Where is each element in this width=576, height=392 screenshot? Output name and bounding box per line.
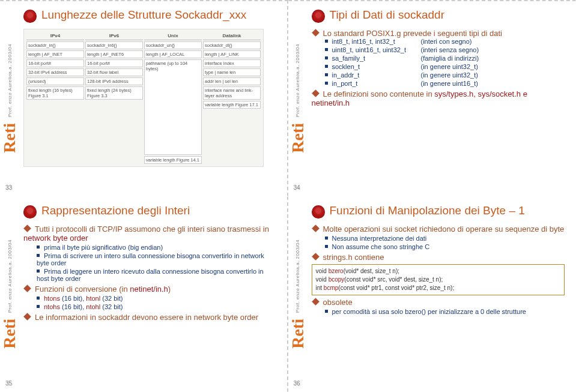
slide-33: a.a. 2003/04 Prof. enzo Aurelio Reti Lun… (0, 0, 288, 196)
brand-year: a.a. 2003/04 (7, 240, 13, 270)
type-name: uint8_t, uint16_t, uint32_t (325, 46, 421, 53)
code-line: int bcmp(const void* ptr1, const void* p… (316, 284, 561, 292)
bullet-text: Molte operazioni sui socket richiedono d… (323, 225, 565, 234)
fig-cell: sockaddr_un{} (144, 41, 202, 49)
text-highlight: netinet/in.h (130, 285, 168, 294)
slide-grid: a.a. 2003/04 Prof. enzo Aurelio Reti Lun… (0, 0, 576, 392)
text: Tutti i protocolli di TCP/IP assumono ch… (35, 225, 269, 234)
fn-name: ntohs (44, 303, 60, 310)
bullet-text: Le informazioni in sockaddr devono esser… (35, 313, 258, 322)
sub-bullet: htons (16 bit), htonl (32 bit) (37, 295, 276, 302)
type-table: int8_t, int16_t, int32_t(interi con segn… (312, 38, 565, 87)
crest-icon (312, 205, 325, 219)
brand-prof: Prof. enzo Aurelio (295, 270, 300, 313)
brand-label: Reti (0, 319, 19, 349)
slide-36: a.a. 2003/04 Prof. enzo Aurelio Reti Fun… (288, 196, 577, 393)
slide-number: 35 (5, 380, 12, 387)
code-box: void bzero(void* dest, size_t n); void b… (312, 264, 565, 295)
bullet-text: Le definizioni sono contenute in sys/typ… (312, 89, 527, 107)
type-name: sa_family_t (325, 55, 421, 62)
fn-name: bzero (329, 268, 344, 274)
bullet-text: Funzioni di conversione (in netinet/in.h… (35, 285, 171, 294)
fig-cell: (unused) (26, 77, 84, 85)
crest-icon (23, 205, 37, 219)
fig-cell: pathname (up to 104 bytes) (144, 59, 202, 155)
fig-header: IPv4 (26, 32, 84, 40)
text: void (316, 276, 329, 283)
type-desc: (interi con segno) (421, 38, 565, 45)
brand-year: a.a. 2003/04 (295, 44, 300, 74)
slide-title: Funzioni di Manipolazione dei Byte – 1 (330, 204, 525, 218)
fig-cell: fixed length (24 bytes) Figure 3.3 (85, 86, 143, 100)
fig-cell: interface index (203, 59, 261, 67)
fig-cell: sockaddr_in6{} (85, 41, 143, 49)
text: (const void* ptr1, const void* ptr2, siz… (338, 285, 454, 291)
fig-cell: variable length Figure 14.1 (144, 156, 202, 164)
code-line: void bzero(void* dest, size_t n); (316, 267, 561, 276)
fig-cell: length | AF_LINK (203, 50, 261, 58)
sidebar-brand: a.a. 2003/04 Prof. enzo Aurelio Reti (290, 197, 306, 392)
text: (const void* src, void* dest, size_t n); (344, 276, 443, 283)
text: Funzioni di conversione (in (35, 285, 130, 294)
fig-cell: length | AF_LOCAL (144, 50, 202, 58)
text: (32 bit) (100, 295, 123, 302)
fig-cell: 32-bit IPv4 address (26, 68, 84, 76)
brand-label: Reti (288, 123, 308, 153)
text: (32 bit) (100, 303, 123, 310)
sub-bullet: Non assume che sono stringhe C (325, 243, 565, 250)
slide-title: Rappresentazione degli Interi (41, 204, 190, 218)
fig-cell: 16-bit port# (85, 59, 143, 67)
text: void (316, 268, 329, 274)
slide-number: 33 (5, 184, 12, 191)
fig-cell: sockaddr_dl{} (203, 41, 261, 49)
slide-title: Tipi di Dati di sockaddr (330, 8, 444, 22)
sockaddr-figure: IPv4 sockaddr_in{} length | AF_INET 16-b… (23, 29, 264, 167)
text: (void* dest, size_t n); (344, 268, 399, 274)
fig-cell: addr len | sel len (203, 77, 261, 85)
text: int (316, 285, 324, 291)
brand-year: a.a. 2003/04 (7, 44, 13, 74)
brand-prof: Prof. enzo Aurelio (7, 74, 13, 117)
sub-bullet: Prima di scrivere un intero sulla connes… (37, 252, 276, 267)
type-name: in_port_t (325, 80, 421, 87)
brand-prof: Prof. enzo Aurelio (7, 270, 13, 313)
type-desc: (interi senza segno) (421, 46, 565, 53)
type-desc: (in genere uint16_t) (421, 80, 565, 87)
text: ) (168, 285, 171, 294)
fig-cell: sockaddr_in{} (26, 41, 84, 49)
slide-35: a.a. 2003/04 Prof. enzo Aurelio Reti Rap… (0, 196, 288, 393)
fig-cell: 128-bit IPv6 address (85, 77, 143, 85)
bullet-text: obsolete (323, 298, 353, 307)
type-desc: (in genere uint32_t) (421, 63, 565, 70)
type-desc: (in genere uint32_t) (421, 71, 565, 79)
crest-icon (23, 10, 37, 23)
fig-cell: variable length Figure 17.1 (203, 101, 261, 109)
brand-prof: Prof. enzo Aurelio (295, 74, 300, 117)
sub-bullet: per comodità si usa solo bzero() per ini… (325, 308, 565, 315)
sidebar-brand: a.a. 2003/04 Prof. enzo Aurelio Reti (290, 1, 306, 196)
fig-header: Datalink (203, 32, 261, 40)
fig-header: Unix (144, 32, 202, 40)
brand-label: Reti (0, 123, 19, 153)
sub-bullet: Prima di leggere un intero ricevuto dall… (37, 268, 276, 282)
slide-number: 34 (294, 184, 300, 191)
type-name: in_addr_t (325, 71, 421, 79)
fn-name: bcmp (324, 285, 338, 291)
fn-name: htons (44, 295, 60, 302)
fig-cell: interface name and link-layer address (203, 86, 261, 100)
bullet-text: Tutti i protocolli di TCP/IP assumono ch… (23, 225, 269, 243)
sub-bullet: ntohs (16 bit), ntohl (32 bit) (37, 303, 276, 310)
text: (16 bit), (60, 295, 86, 302)
text: Le definizioni sono contenute in (323, 89, 435, 98)
fn-name: htonl (86, 295, 100, 302)
type-name: int8_t, int16_t, int32_t (325, 38, 421, 45)
bullet-text: Lo standard POSIX1.g prevede i seguenti … (323, 29, 502, 38)
text-highlight: network byte order (23, 234, 88, 243)
fig-cell: fixed length (16 bytes) Figure 3.1 (26, 86, 84, 100)
slide-title: Lunghezze delle Strutture Sockaddr_xxx (41, 8, 246, 22)
type-desc: (famiglia di indirizzi) (421, 55, 565, 62)
fig-cell: type | name len (203, 68, 261, 76)
fig-cell: length | AF_INET6 (85, 50, 143, 58)
sidebar-brand: a.a. 2003/04 Prof. enzo Aurelio Reti (2, 1, 17, 196)
slide-number: 36 (294, 380, 300, 387)
